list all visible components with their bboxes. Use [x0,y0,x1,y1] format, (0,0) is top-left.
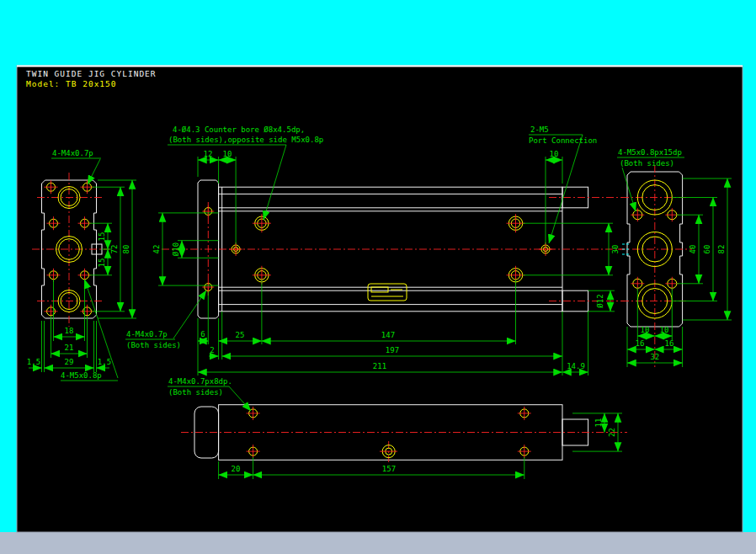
note-m5-right-1: 4-M5x0.8px15dp [618,148,682,157]
note-m5-right-2: (Both sides) [620,159,674,168]
drawing-model: Model: TB 20x150 [26,79,117,88]
note-m4-front-2: (Both sides) [126,341,181,349]
dim-20: 20 [232,465,241,473]
dim-12: 12 [204,150,213,158]
note-counterbore-2: (Both sides),opposite side M5x0.8p [168,136,323,144]
dim-10-right: 10 [550,150,559,158]
drawing-canvas [17,66,743,532]
dim-10b: 10 [660,326,669,334]
dim-157: 157 [382,465,396,473]
dim-18: 18 [65,327,74,335]
drawing-sheet: TWIN GUIDE JIG CYLINDER Model: TB 20x150… [0,0,756,554]
dim-25: 25 [236,331,245,339]
dim-72: 72 [110,245,119,254]
note-counterbore-1: 4-Ø4.3 Counter bore Ø8x4.5dp, [173,125,305,134]
dim-211: 211 [373,362,386,370]
dim-197: 197 [386,346,399,354]
dim-40: 40 [689,245,697,254]
note-m4-bottom-1: 4-M4x0.7px8dp. [168,377,232,386]
dim-2: 2 [210,346,214,354]
dim-21: 21 [65,344,74,352]
dim-82: 82 [717,245,726,254]
dim-1-5-right: 1.5 [98,358,111,366]
note-m4-endview: 4-M4x0.7p [52,149,93,157]
dim-1-5-left: 1.5 [27,358,40,366]
dim-147: 147 [381,331,395,339]
dim-60: 60 [703,245,711,254]
dim-14-9: 14.9 [567,362,585,370]
dim-80: 80 [122,245,130,254]
dim-32: 32 [650,353,659,361]
cad-viewer-page: TWIN GUIDE JIG CYLINDER Model: TB 20x150… [0,0,756,554]
note-m5-endview: 4-M5x0.8p [61,371,102,380]
dim-42: 42 [152,245,161,254]
dim-10a: 10 [641,326,650,334]
dim-16a: 16 [636,339,645,348]
dim-dia12: Ø12 [596,294,604,307]
dim-22: 22 [608,428,616,437]
note-port-2: Port Connection [529,136,597,145]
drawing-title: TWIN GUIDE JIG CYLINDER [26,69,157,78]
note-m4-front-1: 4-M4x0.7p [126,330,168,338]
dim-6: 6 [200,330,205,338]
dim-10-left: 10 [223,150,232,158]
dim-15-upper: 15 [98,232,106,242]
dim-29: 29 [65,358,74,366]
note-port-1: 2-M5 [530,125,549,134]
dim-16b: 16 [665,339,674,348]
dim-11: 11 [594,418,603,428]
dim-dia10: Ø10 [172,242,180,256]
note-m4-bottom-2: (Both sides) [168,388,223,397]
dim-15-lower: 15 [98,258,106,268]
